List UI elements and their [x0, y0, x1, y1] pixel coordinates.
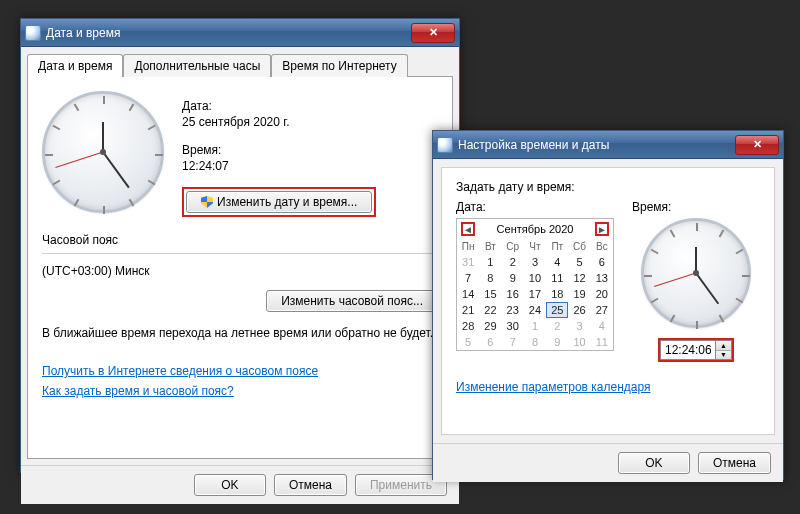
calendar-day[interactable]: 31 — [457, 254, 479, 270]
calendar-day[interactable]: 10 — [524, 270, 546, 286]
calendar-day[interactable]: 11 — [591, 334, 613, 350]
dst-note: В ближайшее время перехода на летнее вре… — [42, 326, 438, 340]
time-input-highlight: ▲ ▼ — [658, 338, 734, 362]
analog-clock — [641, 218, 751, 328]
calendar-day[interactable]: 7 — [502, 334, 524, 350]
hour-hand — [102, 122, 104, 152]
calendar-day[interactable]: 17 — [524, 286, 546, 302]
calendar-day[interactable]: 2 — [546, 318, 568, 334]
calendar-day[interactable]: 12 — [568, 270, 590, 286]
calendar-day[interactable]: 24 — [524, 302, 546, 318]
calendar-day[interactable]: 4 — [591, 318, 613, 334]
prompt-label: Задать дату и время: — [456, 180, 760, 194]
calendar-day[interactable]: 13 — [591, 270, 613, 286]
close-button[interactable]: ✕ — [735, 135, 779, 155]
day-header: Вс — [591, 239, 613, 254]
link-howto[interactable]: Как задать время и часовой пояс? — [42, 384, 438, 398]
tab-content: Дата: 25 сентября 2020 г. Время: 12:24:0… — [27, 76, 453, 459]
calendar-day[interactable]: 28 — [457, 318, 479, 334]
calendar-day[interactable]: 30 — [502, 318, 524, 334]
calendar-day[interactable]: 1 — [479, 254, 501, 270]
calendar-day[interactable]: 6 — [591, 254, 613, 270]
app-icon — [25, 25, 41, 41]
highlight-change-datetime: Изменить дату и время... — [182, 187, 376, 217]
dialog-buttons: OK Отмена Применить — [21, 465, 459, 504]
window-title: Настройка времени и даты — [458, 138, 735, 152]
change-date-time-button[interactable]: Изменить дату и время... — [186, 191, 372, 213]
spinner-up-icon[interactable]: ▲ — [716, 341, 731, 350]
date-label: Дата: — [182, 99, 376, 113]
calendar-day[interactable]: 26 — [568, 302, 590, 318]
date-label: Дата: — [456, 200, 614, 214]
second-hand — [654, 273, 696, 288]
calendar-day[interactable]: 7 — [457, 270, 479, 286]
calendar-day[interactable]: 8 — [479, 270, 501, 286]
calendar-day[interactable]: 15 — [479, 286, 501, 302]
prev-month-button[interactable]: ◄ — [461, 222, 475, 236]
calendar-day[interactable]: 23 — [502, 302, 524, 318]
window-title: Дата и время — [46, 26, 411, 40]
calendar-day[interactable]: 14 — [457, 286, 479, 302]
dialog-buttons: OK Отмена — [433, 443, 783, 482]
cancel-button[interactable]: Отмена — [274, 474, 347, 496]
link-timezone-online[interactable]: Получить в Интернете сведения о часовом … — [42, 364, 438, 378]
calendar-day[interactable]: 25 — [546, 302, 568, 318]
calendar-day[interactable]: 5 — [568, 254, 590, 270]
titlebar[interactable]: Дата и время ✕ — [21, 19, 459, 47]
tab-internet-time[interactable]: Время по Интернету — [271, 54, 407, 77]
calendar-day[interactable]: 5 — [457, 334, 479, 350]
date-time-settings-window: Настройка времени и даты ✕ Задать дату и… — [432, 130, 784, 480]
calendar-day[interactable]: 20 — [591, 286, 613, 302]
time-value: 12:24:07 — [182, 159, 376, 173]
calendar-day[interactable]: 22 — [479, 302, 501, 318]
minute-hand — [102, 151, 129, 188]
time-field[interactable] — [660, 340, 716, 360]
calendar-day[interactable]: 10 — [568, 334, 590, 350]
calendar-day[interactable]: 27 — [591, 302, 613, 318]
time-label: Время: — [632, 200, 671, 214]
spinner-down-icon[interactable]: ▼ — [716, 350, 731, 360]
calendar-day[interactable]: 16 — [502, 286, 524, 302]
timezone-value: (UTC+03:00) Минск — [42, 264, 438, 278]
calendar-day[interactable]: 3 — [524, 254, 546, 270]
calendar-day[interactable]: 6 — [479, 334, 501, 350]
day-header: Чт — [524, 239, 546, 254]
calendar-day[interactable]: 21 — [457, 302, 479, 318]
ok-button[interactable]: OK — [618, 452, 690, 474]
link-calendar-settings[interactable]: Изменение параметров календаря — [456, 380, 760, 394]
day-header: Сб — [568, 239, 590, 254]
calendar-day[interactable]: 1 — [524, 318, 546, 334]
date-value: 25 сентября 2020 г. — [182, 115, 376, 129]
calendar-day[interactable]: 19 — [568, 286, 590, 302]
tab-additional-clocks[interactable]: Дополнительные часы — [123, 54, 271, 77]
tab-strip: Дата и время Дополнительные часы Время п… — [21, 47, 459, 76]
time-label: Время: — [182, 143, 376, 157]
calendar-day[interactable]: 9 — [546, 334, 568, 350]
cancel-button[interactable]: Отмена — [698, 452, 771, 474]
calendar-day[interactable]: 2 — [502, 254, 524, 270]
tab-date-time[interactable]: Дата и время — [27, 54, 123, 77]
second-hand — [55, 152, 103, 168]
day-header: Пн — [457, 239, 479, 254]
day-header: Вт — [479, 239, 501, 254]
calendar-day[interactable]: 29 — [479, 318, 501, 334]
shield-icon — [201, 196, 213, 208]
analog-clock — [42, 91, 164, 213]
minute-hand — [695, 272, 719, 304]
calendar-day[interactable]: 18 — [546, 286, 568, 302]
calendar-day[interactable]: 11 — [546, 270, 568, 286]
time-spinner[interactable]: ▲ ▼ — [716, 340, 732, 360]
calendar-day[interactable]: 3 — [568, 318, 590, 334]
calendar-day[interactable]: 8 — [524, 334, 546, 350]
change-timezone-button[interactable]: Изменить часовой пояс... — [266, 290, 438, 312]
titlebar[interactable]: Настройка времени и даты ✕ — [433, 131, 783, 159]
calendar: ◄ Сентябрь 2020 ► ПнВтСрЧтПтСбВс31123456… — [456, 218, 614, 351]
calendar-day[interactable]: 4 — [546, 254, 568, 270]
calendar-day[interactable]: 9 — [502, 270, 524, 286]
close-button[interactable]: ✕ — [411, 23, 455, 43]
timezone-heading: Часовой пояс — [42, 233, 438, 247]
next-month-button[interactable]: ► — [595, 222, 609, 236]
calendar-month[interactable]: Сентябрь 2020 — [497, 223, 574, 235]
day-header: Пт — [546, 239, 568, 254]
ok-button[interactable]: OK — [194, 474, 266, 496]
